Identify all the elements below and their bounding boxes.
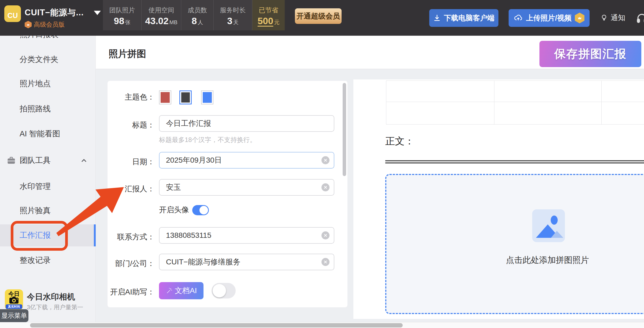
stat-team-photos: 团队照片 98张 — [103, 0, 142, 30]
collage-settings-panel: 主题色： 标题： 标题最多18个汉字，不支持换行。 日期： 汇报人： 开启头像 … — [107, 81, 348, 308]
cloud-upload-icon — [514, 13, 523, 23]
save-collage-report-button[interactable]: 保存拼图汇报 — [539, 41, 641, 67]
contact-label: 联系方式： — [117, 232, 155, 242]
theme-color-label: 主题色： — [125, 92, 155, 102]
panel-scrollbar[interactable] — [343, 83, 346, 176]
upload-photo-video-button[interactable]: 上传照片/视频 — [509, 9, 590, 27]
department-input[interactable] — [159, 254, 334, 270]
bulb-icon — [600, 14, 608, 22]
clear-reporter-icon[interactable] — [321, 183, 330, 191]
page-title: 照片拼图 — [109, 48, 146, 60]
stat-storage: 使用空间 43.02MB — [142, 0, 181, 30]
ai-toggle[interactable] — [212, 283, 236, 298]
content-header: 照片拼图 保存拼图汇报 — [96, 36, 644, 69]
team-stats: 团队照片 98张 使用空间 43.02MB 成员数 8人 服务时长 3天 已节省… — [103, 0, 285, 30]
title-hint: 标题最多18个汉字，不支持换行。 — [159, 136, 256, 144]
download-icon — [433, 14, 441, 22]
sidebar-item-photo-location[interactable]: 照片地点 — [20, 78, 51, 89]
sidebar-item-photo-verify[interactable]: 照片验真 — [0, 200, 96, 222]
reporter-input[interactable] — [159, 179, 334, 196]
annotation-highlight-box — [11, 221, 68, 251]
notifications-button[interactable]: 通知 — [600, 13, 625, 23]
app-logo: 今日 真实时间 — [5, 289, 23, 310]
reporter-label: 汇报人： — [125, 184, 155, 194]
divider-rule — [385, 162, 644, 163]
team-dropdown-icon[interactable] — [94, 11, 101, 15]
body-text-label: 正文： — [385, 135, 414, 148]
sidebar-section-label: 团队工具 — [20, 155, 51, 166]
sidebar-section-team-tools[interactable]: 团队工具 — [0, 155, 96, 166]
sidebar-item-ai-image[interactable]: AI 智能看图 — [20, 128, 60, 139]
theme-swatch[interactable] — [179, 90, 192, 104]
title-input[interactable] — [159, 115, 334, 132]
top-header: CU CUIT−能源与... 高级会员版 团队照片 98张 使用空间 43.02… — [0, 0, 644, 36]
contact-input[interactable] — [159, 227, 334, 244]
app-window: 照片日报表 分类文件夹 照片地点 拍照路线 AI 智能看图 团队工具 水印管理 … — [0, 0, 644, 328]
horizontal-scrollbar-thumb[interactable] — [30, 323, 403, 327]
doc-ai-button[interactable]: 文档AI — [159, 282, 203, 299]
report-preview: 正文： 点击此处添加拼图照片 — [353, 79, 644, 319]
app-logo-ribbon: 真实时间 — [6, 304, 22, 309]
camera-icon — [9, 296, 19, 304]
avatar-toggle[interactable] — [192, 205, 209, 215]
theme-swatch[interactable] — [159, 90, 171, 104]
theme-swatch[interactable] — [201, 90, 213, 104]
stat-service-days: 服务时长 3天 — [214, 0, 252, 30]
app-promo: 今日 真实时间 今日水印相机 3亿下载，用户量第一 — [5, 289, 93, 312]
app-tagline: 3亿下载，用户量第一 — [27, 303, 83, 311]
membership-badge: 高级会员版 — [25, 20, 65, 29]
team-name[interactable]: CUIT−能源与... — [25, 7, 84, 18]
stat-members: 成员数 8人 — [181, 0, 214, 30]
date-label: 日期： — [132, 157, 155, 167]
clear-contact-icon[interactable] — [321, 231, 330, 239]
avatar-toggle-label: 开启头像 — [159, 205, 189, 215]
dropzone-hint: 点击此处添加拼图照片 — [386, 254, 644, 266]
sidebar-item-folders[interactable]: 分类文件夹 — [20, 54, 58, 65]
sidebar-item-rectify-record[interactable]: 整改记录 — [0, 249, 96, 271]
clear-department-icon[interactable] — [321, 258, 330, 266]
date-input[interactable] — [159, 152, 334, 169]
briefcase-icon — [6, 156, 16, 165]
sidebar: 照片日报表 分类文件夹 照片地点 拍照路线 AI 智能看图 团队工具 水印管理 … — [0, 0, 96, 328]
support-headset-icon[interactable] — [636, 12, 644, 24]
medal-icon — [25, 21, 32, 28]
team-avatar[interactable]: CU — [4, 5, 21, 22]
download-client-button[interactable]: 下载电脑客户端 — [429, 9, 498, 27]
show-menu-tag[interactable]: 显示菜单 — [0, 309, 28, 322]
divider-rule — [385, 160, 644, 161]
magic-wand-icon — [166, 287, 173, 294]
horizontal-scrollbar — [0, 322, 644, 328]
sidebar-item-photo-route[interactable]: 拍照路线 — [20, 103, 51, 114]
clear-date-icon[interactable] — [321, 156, 330, 164]
sidebar-item-watermark-manage[interactable]: 水印管理 — [0, 176, 96, 198]
title-label: 标题： — [132, 120, 155, 130]
app-name: 今日水印相机 — [27, 291, 75, 303]
add-photos-dropzone[interactable]: 点击此处添加拼图照片 — [385, 174, 644, 314]
chevron-up-icon[interactable] — [80, 157, 88, 164]
vip-crown-icon — [575, 13, 584, 23]
image-placeholder-icon — [532, 209, 565, 242]
stat-savings: 已节省 500元 — [252, 0, 285, 30]
upgrade-super-member-button[interactable]: 开通超级会员 — [295, 8, 342, 24]
ai-assist-label: 开启AI助写： — [110, 287, 155, 297]
department-label: 部门/公司： — [115, 258, 155, 269]
